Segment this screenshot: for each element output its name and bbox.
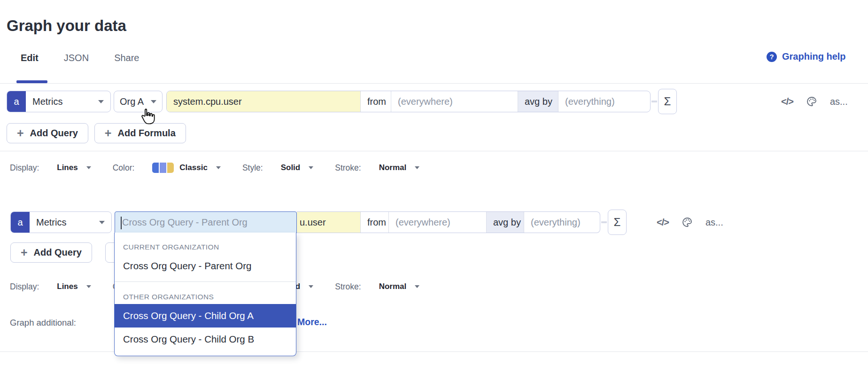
- from-label: from: [360, 91, 391, 112]
- stroke-label: Stroke:: [335, 163, 361, 173]
- query-group: system.cpu.user from (everywhere) avg by…: [166, 91, 651, 112]
- plus-icon: +: [105, 127, 112, 139]
- tabbar: Edit JSON Share: [21, 53, 140, 63]
- tab-share[interactable]: Share: [114, 53, 139, 63]
- metric-query-input[interactable]: u.user: [297, 212, 360, 233]
- group-by-input[interactable]: (everything): [524, 212, 600, 233]
- graphing-help-label: Graphing help: [782, 51, 846, 62]
- section-divider: [0, 151, 868, 151]
- color-label: Color:: [113, 163, 135, 173]
- add-query-label: Add Query: [34, 247, 82, 258]
- display-type-dropdown[interactable]: Lines: [57, 282, 78, 291]
- org-combobox[interactable]: [115, 211, 297, 233]
- more-link[interactable]: More...: [297, 317, 327, 328]
- metric-source-group: a Metrics: [10, 211, 112, 233]
- sigma-function-button[interactable]: Σ: [608, 210, 627, 235]
- query-letter-badge: a: [7, 91, 26, 112]
- color-dropdown[interactable]: Classic: [179, 163, 208, 172]
- add-query-button[interactable]: + Add Query: [7, 123, 88, 143]
- from-label: from: [360, 212, 388, 233]
- dropdown-divider: [115, 281, 296, 282]
- chevron-down-icon: [151, 100, 156, 103]
- style-dropdown[interactable]: Solid: [281, 163, 301, 172]
- add-query-label: Add Query: [30, 128, 78, 139]
- tab-edit[interactable]: Edit: [21, 53, 39, 63]
- from-filter-input[interactable]: (everywhere): [388, 212, 486, 233]
- org-dropdown[interactable]: Org A: [114, 91, 163, 112]
- tab-json[interactable]: JSON: [64, 53, 89, 63]
- display-label: Display:: [10, 163, 39, 173]
- dropdown-item-child-org-b[interactable]: Cross Org Query - Child Org B: [115, 328, 296, 351]
- chevron-down-icon[interactable]: [86, 166, 91, 169]
- tabs-divider: [0, 83, 868, 84]
- stroke-label: Stroke:: [335, 282, 361, 292]
- graph-additional-label: Graph additional:: [10, 318, 76, 328]
- chevron-down-icon[interactable]: [216, 166, 221, 169]
- chevron-down-icon: [99, 221, 105, 224]
- plus-icon: +: [21, 247, 28, 258]
- query-row-2: a Metrics u.user from (everywhere) avg b…: [10, 211, 723, 233]
- org-search-input[interactable]: [121, 217, 291, 228]
- aggregator-button[interactable]: avg by: [486, 212, 524, 233]
- stroke-dropdown[interactable]: Normal: [379, 163, 407, 172]
- sigma-function-button[interactable]: Σ: [658, 89, 677, 114]
- chevron-down-icon: [98, 100, 104, 103]
- plus-icon: +: [17, 127, 24, 139]
- source-dropdown[interactable]: Metrics: [26, 91, 110, 112]
- metric-query-input[interactable]: system.cpu.user: [167, 91, 360, 112]
- source-dropdown-label: Metrics: [36, 217, 66, 228]
- add-query-button[interactable]: + Add Query: [10, 242, 92, 263]
- style-label: Style:: [242, 163, 263, 173]
- display-type-dropdown[interactable]: Lines: [57, 163, 78, 172]
- as-alias-button[interactable]: as...: [705, 217, 723, 228]
- add-formula-button[interactable]: + Add Formula: [94, 123, 186, 143]
- dropdown-section-header: OTHER ORGANIZATIONS: [115, 286, 296, 304]
- dropdown-section-header: CURRENT ORGANIZATION: [115, 235, 296, 254]
- page-title: Graph your data: [7, 17, 126, 35]
- group-by-input[interactable]: (everything): [558, 91, 650, 112]
- palette-icon[interactable]: [682, 217, 693, 228]
- aggregator-button[interactable]: avg by: [518, 91, 558, 112]
- graphing-help-link[interactable]: ? Graphing help: [767, 51, 846, 62]
- connector-dash: [651, 101, 657, 102]
- palette-icon[interactable]: [806, 96, 817, 107]
- source-dropdown-label: Metrics: [32, 96, 62, 107]
- chevron-down-icon[interactable]: [309, 166, 313, 169]
- help-icon: ?: [767, 52, 777, 62]
- code-icon[interactable]: </>: [657, 217, 669, 228]
- metric-source-group: a Metrics: [7, 91, 111, 112]
- query-group: u.user from (everywhere) avg by (everyth…: [297, 211, 600, 233]
- connector-dash: [601, 221, 607, 223]
- display-options-row-1: Display: Lines Color: Classic Style: Sol…: [10, 162, 419, 173]
- query-letter-badge: a: [11, 212, 30, 233]
- code-icon[interactable]: </>: [781, 96, 793, 107]
- chevron-down-icon[interactable]: [415, 166, 419, 169]
- add-formula-label: Add Formula: [117, 128, 175, 139]
- source-dropdown[interactable]: Metrics: [30, 212, 111, 233]
- dropdown-item-child-org-a[interactable]: Cross Org Query - Child Org A: [115, 304, 296, 328]
- as-alias-button[interactable]: as...: [830, 96, 848, 107]
- display-label: Display:: [10, 282, 39, 292]
- query-row-1: a Metrics Org A system.cpu.user from (ev…: [7, 91, 848, 112]
- dropdown-item-parent-org[interactable]: Cross Org Query - Parent Org: [115, 254, 296, 278]
- chevron-down-icon[interactable]: [309, 285, 313, 288]
- chevron-down-icon[interactable]: [86, 285, 91, 288]
- color-palette-swatch[interactable]: [152, 163, 174, 173]
- org-dropdown-panel: CURRENT ORGANIZATION Cross Org Query - P…: [114, 233, 296, 356]
- org-dropdown-label: Org A: [120, 96, 144, 107]
- from-filter-input[interactable]: (everywhere): [391, 91, 518, 112]
- text-caret: [121, 217, 122, 229]
- stroke-dropdown[interactable]: Normal: [379, 282, 407, 291]
- chevron-down-icon[interactable]: [415, 285, 419, 288]
